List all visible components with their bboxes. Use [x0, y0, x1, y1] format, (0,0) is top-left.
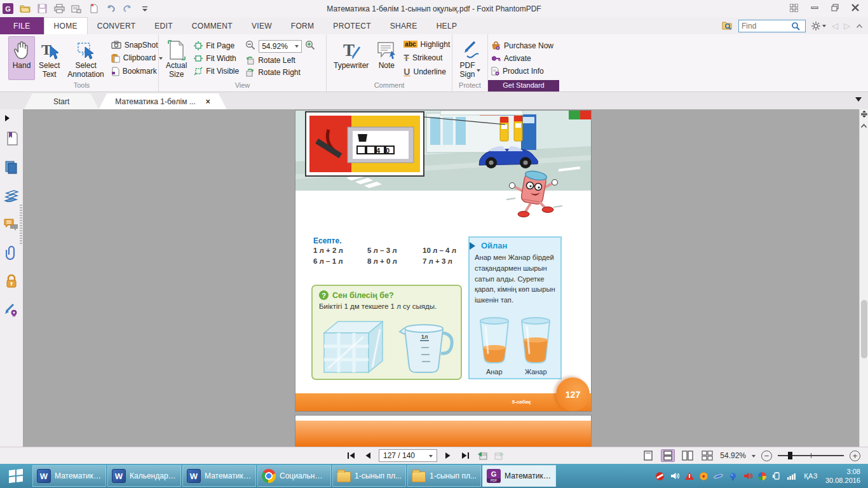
status-zoom-caret-icon[interactable] — [752, 455, 756, 459]
typewriter-button[interactable]: T Typewriter — [330, 36, 372, 80]
activate-button[interactable]: Activate — [491, 54, 553, 63]
attachments-panel-button[interactable] — [4, 245, 19, 261]
find-previous-button[interactable]: ◁ — [832, 21, 838, 30]
open-button[interactable] — [19, 3, 31, 15]
next-view-button[interactable] — [493, 449, 506, 462]
tray-loud-volume-icon[interactable] — [743, 471, 752, 481]
find-input[interactable] — [742, 22, 791, 30]
fit-width-button[interactable]: Fit Width — [194, 54, 239, 63]
strikeout-button[interactable]: TStrikeout — [403, 53, 450, 63]
rotate-right-button[interactable]: Rotate Right — [245, 68, 315, 77]
comments-panel-button[interactable] — [4, 217, 19, 232]
product-info-button[interactable]: Product Info — [491, 67, 553, 76]
security-panel-button[interactable] — [4, 274, 19, 289]
continuous-view-button[interactable] — [661, 449, 675, 462]
tab-convert[interactable]: CONVERT — [88, 17, 146, 34]
pdf-page-127[interactable]: 4 0 — [295, 111, 591, 411]
taskbar-button-foxit[interactable]: GPDFМатематика ... — [482, 465, 556, 487]
taskbar-button-chrome[interactable]: Социальная ... — [257, 465, 331, 487]
pdf-sign-button[interactable]: PDF Sign — [456, 36, 484, 80]
tab-file[interactable]: FILE — [0, 17, 44, 34]
search-folder-button[interactable] — [722, 20, 733, 32]
clipboard-button[interactable]: Clipboard — [111, 53, 163, 63]
previous-view-button[interactable] — [476, 449, 489, 462]
fit-visible-button[interactable]: Fit Visible — [194, 67, 239, 76]
pages-panel-button[interactable] — [4, 159, 19, 175]
create-pdf-button[interactable] — [88, 3, 99, 15]
taskbar-button-folder-2[interactable]: 1-сынып пл... — [407, 465, 481, 487]
zoom-out-status-button[interactable]: − — [761, 451, 772, 461]
bookmarks-panel-button[interactable] — [4, 131, 19, 146]
page-number-combobox[interactable]: 127 / 140 — [379, 449, 437, 462]
collapse-ribbon-button[interactable] — [856, 22, 863, 30]
document-canvas[interactable]: 4 0 — [23, 109, 859, 447]
tray-zona-icon[interactable] — [655, 471, 665, 481]
layers-panel-button[interactable] — [4, 188, 19, 203]
tab-edit[interactable]: EDIT — [145, 17, 182, 34]
tray-warning-icon[interactable] — [684, 471, 694, 481]
scrollbar-split-handle[interactable] — [860, 111, 868, 119]
rotate-left-button[interactable]: Rotate Left — [245, 56, 315, 65]
zoom-out-button[interactable] — [245, 40, 255, 52]
taskbar-clock[interactable]: 3:08 30.08.2016 — [825, 467, 860, 485]
qat-customize-button[interactable] — [139, 3, 151, 15]
last-page-button[interactable] — [459, 449, 471, 462]
vertical-scrollbar[interactable] — [859, 109, 868, 447]
hand-tool-button[interactable]: Hand — [8, 36, 35, 80]
tray-planet-icon[interactable] — [714, 471, 723, 481]
snapshot-button[interactable]: SnapShot — [111, 41, 163, 50]
actual-size-button[interactable]: Actual Size — [162, 36, 191, 80]
next-page-button[interactable] — [442, 449, 454, 462]
tab-comment[interactable]: COMMENT — [182, 17, 242, 34]
zoom-level-combobox[interactable]: 54.92% — [259, 40, 302, 53]
taskbar-button-word-3[interactable]: WМатематика ... — [182, 465, 256, 487]
facing-view-button[interactable] — [681, 449, 695, 462]
redo-button[interactable] — [122, 3, 133, 15]
start-button[interactable] — [0, 464, 32, 488]
save-button[interactable] — [36, 3, 48, 15]
minimize-button[interactable] — [811, 4, 818, 13]
highlight-button[interactable]: abcHighlight — [403, 40, 450, 49]
undo-button[interactable] — [105, 3, 116, 15]
scrollbar-thumb[interactable] — [861, 300, 867, 358]
zoom-in-button[interactable] — [305, 40, 315, 52]
tray-glove-icon[interactable] — [728, 471, 738, 481]
sidebar-expand-button[interactable] — [5, 115, 13, 121]
zoom-slider-thumb[interactable] — [788, 452, 792, 459]
tab-view[interactable]: VIEW — [242, 17, 281, 34]
sidebar-splitter-handle[interactable] — [20, 205, 22, 244]
restore-button[interactable] — [831, 4, 839, 13]
tab-help[interactable]: HELP — [427, 17, 467, 34]
print-button[interactable] — [53, 3, 65, 15]
taskbar-button-word-1[interactable]: WМатематика ... — [32, 465, 106, 487]
fit-page-button[interactable]: Fit Page — [194, 41, 239, 50]
fullscreen-toggle-button[interactable] — [790, 4, 798, 14]
single-page-view-button[interactable] — [641, 449, 655, 462]
zoom-in-status-button[interactable]: + — [850, 451, 860, 461]
language-indicator[interactable]: ҚАЗ — [804, 472, 818, 480]
scroll-up-button[interactable] — [860, 121, 867, 130]
zoom-slider[interactable] — [778, 451, 844, 461]
tab-list-dropdown-icon[interactable] — [855, 97, 862, 105]
tab-protect[interactable]: PROTECT — [323, 17, 380, 34]
tray-antivirus-icon[interactable] — [699, 471, 709, 481]
continuous-facing-view-button[interactable] — [700, 449, 714, 462]
find-next-button[interactable]: ▷ — [844, 21, 850, 30]
note-button[interactable]: Note — [372, 36, 400, 80]
previous-page-button[interactable] — [362, 449, 374, 462]
tab-form[interactable]: FORM — [281, 17, 324, 34]
first-page-button[interactable] — [344, 449, 357, 462]
bookmark-button[interactable]: Bookmark — [111, 67, 163, 76]
tab-share[interactable]: SHARE — [381, 17, 427, 34]
tray-volume-icon[interactable] — [670, 471, 679, 481]
taskbar-button-word-2[interactable]: WКальендарн... — [107, 465, 181, 487]
tray-battery-icon[interactable] — [772, 471, 782, 481]
doc-tab-active[interactable]: Математика 1-бөлім ... × — [98, 93, 226, 109]
email-button[interactable] — [71, 3, 82, 15]
close-button[interactable] — [851, 4, 859, 13]
underline-button[interactable]: UUnderline — [403, 67, 450, 77]
pdf-next-page[interactable] — [295, 416, 591, 447]
doc-tab-close-icon[interactable]: × — [206, 97, 210, 106]
tray-colorwheel-icon[interactable] — [757, 471, 767, 481]
purchase-now-button[interactable]: Purchase Now — [491, 41, 553, 50]
